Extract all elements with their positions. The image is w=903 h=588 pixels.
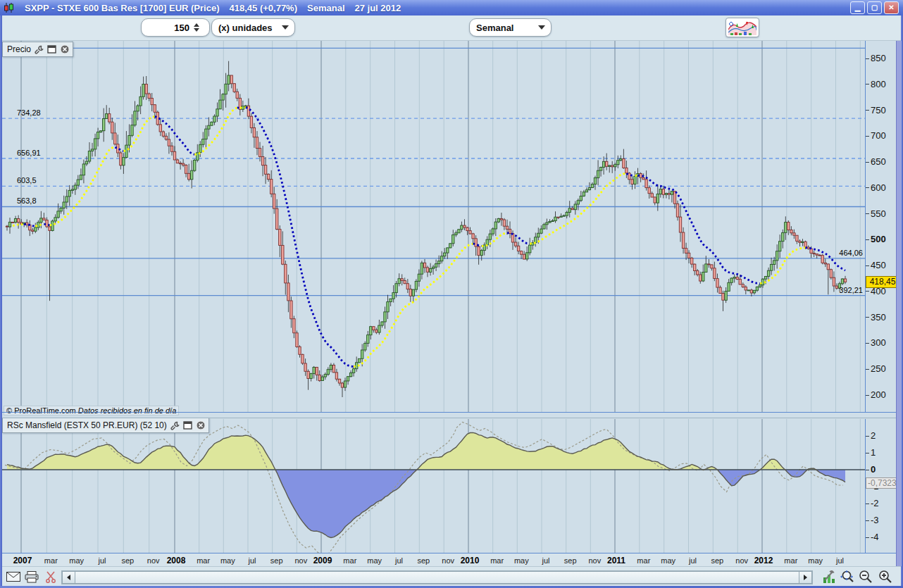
axis-tick [866, 265, 869, 266]
cut-icon[interactable] [43, 569, 58, 584]
axis-tick [866, 395, 869, 396]
chart-style-button[interactable] [725, 18, 759, 37]
wrench-icon[interactable] [170, 421, 180, 430]
price-axis-tick-label: 700 [871, 130, 886, 141]
time-axis-year-label: 2009 [313, 556, 332, 565]
axis-tick [866, 436, 869, 437]
wrench-icon[interactable] [35, 45, 44, 54]
axis-tick [866, 369, 869, 370]
time-axis-month-label: sep [711, 556, 723, 565]
price-axis: 8508007507006506005505004504003503002502… [865, 41, 897, 412]
time-axis-month-label: mar [784, 556, 797, 565]
time-axis-month-label: jul [248, 556, 256, 565]
window-border [0, 15, 2, 588]
indicator-svg [2, 419, 865, 553]
axis-tick [866, 520, 869, 521]
panel-separator [2, 418, 896, 418]
right-gutter [896, 41, 902, 566]
indicator-axis-tick-label: -4 [871, 532, 879, 542]
close-button[interactable]: ✕ [884, 1, 899, 14]
timeframe-dropdown[interactable]: Semanal [469, 18, 552, 37]
indicator-axis-tick-label: -3 [871, 515, 879, 525]
axis-tick [866, 503, 869, 504]
indicator-settings-icon[interactable] [821, 569, 837, 584]
indicator-axis-tick-label: -2 [871, 498, 879, 508]
time-axis-year-label: 2010 [461, 556, 480, 565]
price-axis-tick-label: 600 [871, 182, 886, 193]
scroll-left-icon[interactable] [62, 571, 75, 584]
time-axis-year-label: 2011 [607, 556, 625, 565]
time-axis-month-label: mar [637, 556, 650, 565]
time-axis-month-label: nov [147, 556, 160, 565]
email-icon[interactable] [6, 569, 21, 584]
price-panel-title: Precio [7, 44, 31, 54]
time-axis-month-label: jul [542, 556, 549, 565]
application-window: SXPP - STXE 600 Bas Res [1700] EUR (Pric… [0, 0, 903, 588]
candlestick-logo-icon [4, 3, 15, 13]
scrollbar-thumb[interactable] [75, 571, 799, 584]
time-axis-month-label: mar [343, 556, 356, 565]
price-axis-tick-label: 200 [871, 389, 886, 400]
quote-date: 27 jul 2012 [355, 3, 401, 13]
price-level-label: 656,91 [17, 149, 41, 157]
price-axis-tick-label: 800 [871, 79, 886, 89]
chart-toolbar: (x) unidades Semanal [0, 15, 903, 41]
price-chart-canvas[interactable] [2, 41, 865, 412]
zoom-out-icon[interactable] [858, 569, 873, 584]
price-axis-tick-label: 300 [871, 337, 886, 348]
zoom-fit-icon[interactable] [840, 569, 855, 584]
time-axis-month-label: jul [689, 556, 697, 565]
axis-tick [866, 317, 869, 318]
units-type-dropdown[interactable]: (x) unidades [211, 18, 295, 37]
axis-tick [866, 213, 869, 214]
time-axis-month-label: sep [270, 556, 283, 565]
axis-tick [866, 162, 869, 163]
price-axis-tick-label: 450 [871, 260, 886, 270]
axis-tick [866, 291, 869, 292]
time-axis-month-label: jul [395, 556, 403, 565]
close-panel-icon[interactable] [60, 44, 70, 54]
copyright-note: © ProRealTime.com Datos recibidos en fin… [4, 406, 179, 415]
zoom-in-icon[interactable] [878, 569, 893, 584]
scroll-right-icon[interactable] [799, 571, 812, 584]
current-price-badge: 418,45 [866, 276, 899, 288]
units-spinner[interactable] [141, 18, 210, 37]
price-axis-tick-label: 550 [871, 208, 886, 219]
detach-window-icon[interactable] [47, 45, 56, 54]
axis-tick [866, 110, 869, 111]
time-axis-month-label: mar [44, 556, 58, 565]
time-axis-month-label: jul [98, 556, 106, 565]
maximize-button[interactable]: ▢ [867, 1, 882, 14]
close-panel-icon[interactable] [196, 420, 206, 430]
indicator-canvas[interactable] [2, 419, 865, 553]
timeframe-label: Semanal [476, 23, 513, 33]
price-axis-tick-label: 650 [871, 156, 886, 167]
price-panel-header: Precio [2, 42, 73, 57]
bottom-toolbar [0, 566, 903, 587]
price-axis-tick-label: 500 [871, 234, 886, 244]
minimize-button[interactable]: ▁ [850, 1, 865, 14]
time-axis-month-label: may [69, 556, 84, 565]
units-input[interactable] [147, 22, 191, 34]
horizontal-scrollbar[interactable] [61, 570, 813, 584]
title-bar: SXPP - STXE 600 Bas Res [1700] EUR (Pric… [0, 0, 903, 15]
time-axis-month-label: may [367, 556, 382, 565]
axis-tick [866, 58, 869, 59]
spinner-arrows-icon[interactable] [194, 23, 199, 32]
axis-tick [866, 136, 869, 137]
data-note: Datos recibidos en fin de día [78, 406, 176, 415]
time-axis-month-label: sep [121, 556, 134, 565]
time-axis-month-label: may [220, 556, 235, 565]
quote-timeframe: Semanal [307, 3, 344, 13]
chevron-down-icon [538, 25, 545, 30]
axis-tick [866, 537, 869, 538]
time-axis-year-label: 2007 [13, 556, 32, 565]
time-axis-month-label: may [514, 556, 529, 565]
price-level-label: 734,28 [17, 108, 41, 117]
print-icon[interactable] [24, 569, 39, 584]
detach-window-icon[interactable] [183, 421, 192, 430]
chart-style-icon [728, 20, 756, 35]
indicator-axis-tick-label: 2 [871, 430, 876, 441]
time-axis-month-label: nov [735, 556, 748, 565]
quote-price: 418,45 (+0,77%) [230, 3, 298, 13]
